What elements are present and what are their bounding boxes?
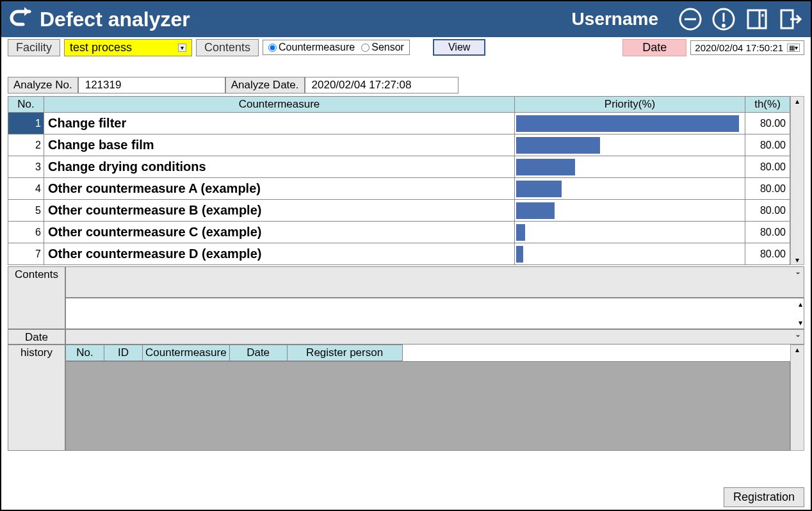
logo-icon (8, 4, 36, 35)
row-th-cell: 80.00 (745, 178, 790, 200)
app-title: Defect analyzer (40, 8, 190, 31)
analyze-no-value: 121319 (78, 77, 225, 93)
row-th-cell: 80.00 (745, 156, 790, 178)
analyze-date-label: Analyze Date. (225, 77, 305, 93)
chevron-down-icon: ▾ (178, 44, 186, 52)
row-cm-cell: Change filter (44, 113, 515, 134)
row-cm-cell: Change base film (44, 134, 515, 156)
row-priority-cell (515, 200, 745, 222)
registration-button[interactable]: Registration (724, 487, 804, 507)
history-body (65, 361, 790, 451)
hist-col-date: Date (229, 345, 287, 361)
radio-countermeasure-input[interactable] (268, 44, 277, 52)
countermeasure-table: No. Countermeasure Priority(%) th(%) 1Ch… (8, 96, 790, 265)
row-no-cell: 2 (8, 134, 44, 156)
row-no-cell: 6 (8, 222, 44, 243)
row-th-cell: 80.00 (745, 113, 790, 134)
row-priority-cell (515, 178, 745, 200)
scroll-down-icon[interactable]: ▾ (795, 256, 799, 264)
footer: Registration (724, 487, 804, 507)
priority-bar (516, 181, 562, 197)
row-priority-cell (515, 156, 745, 178)
priority-bar (516, 159, 575, 175)
analyze-no-label: Analyze No. (8, 77, 78, 93)
alert-circle-icon[interactable] (710, 5, 738, 33)
hist-col-cm: Countermeasure (143, 345, 230, 361)
row-priority-cell (515, 113, 745, 134)
table-scrollbar[interactable]: ▴ ▾ (790, 96, 804, 265)
filter-bar: Facility test process ▾ Contents Counter… (1, 37, 811, 58)
priority-bar (516, 224, 525, 241)
minus-circle-icon[interactable] (676, 5, 704, 33)
row-cm-cell: Other countermeasure C (example) (44, 222, 515, 243)
facility-label: Facility (8, 39, 60, 56)
table-row[interactable]: 7Other countermeasure D (example)80.00 (8, 243, 790, 265)
row-th-cell: 80.00 (745, 200, 790, 222)
row-no-cell: 5 (8, 200, 44, 222)
contents-panel-label: Contents (8, 266, 65, 329)
hist-col-person: Register person (287, 345, 402, 361)
row-no-cell: 1 (8, 113, 44, 134)
view-button[interactable]: View (433, 39, 485, 56)
scroll-down-icon[interactable]: ▾ (799, 318, 802, 327)
col-no: No. (8, 97, 44, 113)
date-picker[interactable]: 2020/02/04 17:50:21 ▦▾ (690, 40, 804, 55)
table-row[interactable]: 4Other countermeasure A (example)80.00 (8, 178, 790, 200)
date-label: Date (622, 39, 686, 56)
row-cm-cell: Other countermeasure A (example) (44, 178, 515, 200)
priority-bar (516, 137, 600, 154)
date-panel-label: Date (8, 329, 65, 345)
radio-countermeasure[interactable]: Countermeasure (268, 42, 355, 53)
priority-bar (516, 202, 555, 219)
row-cm-cell: Other countermeasure D (example) (44, 243, 515, 265)
svg-rect-5 (748, 10, 766, 28)
facility-dropdown[interactable]: test process ▾ (64, 39, 192, 56)
exit-icon[interactable] (776, 5, 804, 33)
chevron-down-icon: ⌄ (795, 330, 801, 339)
col-th: th(%) (745, 97, 790, 113)
table-row[interactable]: 2Change base film80.00 (8, 134, 790, 156)
row-no-cell: 4 (8, 178, 44, 200)
analyze-info-bar: Analyze No. 121319 Analyze Date. 2020/02… (8, 77, 804, 93)
row-cm-cell: Change drying conditions (44, 156, 515, 178)
row-cm-cell: Other countermeasure B (example) (44, 200, 515, 222)
countermeasure-table-wrap: No. Countermeasure Priority(%) th(%) 1Ch… (8, 96, 804, 265)
date-value: 2020/02/04 17:50:21 (695, 42, 783, 53)
scroll-up-icon[interactable]: ▴ (799, 300, 802, 309)
facility-value: test process (70, 41, 132, 54)
row-priority-cell (515, 243, 745, 265)
priority-bar (516, 115, 739, 132)
contents-radio-group: Countermeasure Sensor (263, 40, 410, 55)
username-display: Username (572, 9, 658, 29)
table-row[interactable]: 6Other countermeasure C (example)80.00 (8, 222, 790, 243)
row-th-cell: 80.00 (745, 243, 790, 265)
row-priority-cell (515, 222, 745, 243)
radio-sensor-input[interactable] (361, 44, 369, 52)
radio-sensor[interactable]: Sensor (361, 42, 404, 53)
table-row[interactable]: 1Change filter80.00 (8, 113, 790, 134)
date-strip[interactable]: ⌄ (65, 329, 804, 345)
row-th-cell: 80.00 (745, 134, 790, 156)
scroll-up-icon[interactable]: ▴ (795, 97, 799, 106)
calendar-dropdown-icon: ▦▾ (787, 44, 800, 52)
history-table: No. ID Countermeasure Date Register pers… (65, 345, 403, 361)
scroll-up-icon[interactable]: ▴ (795, 345, 799, 354)
contents-label: Contents (196, 39, 259, 56)
chevron-down-icon[interactable]: ⌄ (795, 267, 801, 276)
col-priority: Priority(%) (515, 97, 745, 113)
app-header: Defect analyzer Username (1, 1, 811, 37)
row-priority-cell (515, 134, 745, 156)
history-panel-label: history (8, 345, 65, 451)
row-no-cell: 7 (8, 243, 44, 265)
hist-col-no: No. (66, 345, 104, 361)
table-row[interactable]: 3Change drying conditions80.00 (8, 156, 790, 178)
contents-textarea[interactable]: ▴ ▾ (65, 298, 804, 329)
history-scrollbar[interactable]: ▴ (790, 345, 804, 451)
svg-point-4 (723, 25, 725, 27)
analyze-date-value: 2020/02/04 17:27:08 (305, 77, 459, 93)
hist-col-id: ID (104, 345, 143, 361)
sidebar-icon[interactable] (743, 5, 771, 33)
row-th-cell: 80.00 (745, 222, 790, 243)
table-row[interactable]: 5Other countermeasure B (example)80.00 (8, 200, 790, 222)
col-countermeasure: Countermeasure (44, 97, 515, 113)
